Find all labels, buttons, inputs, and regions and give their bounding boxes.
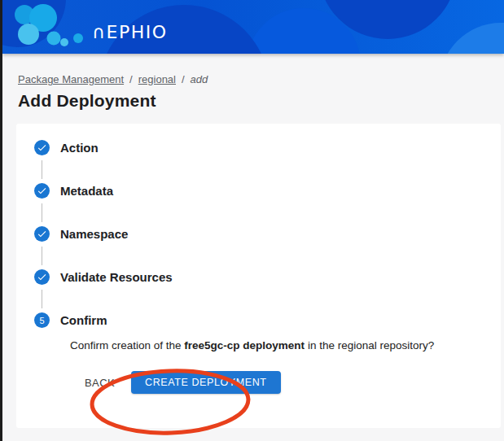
step-number-icon: 5 [34,312,50,328]
window-left-edge [0,0,2,441]
step-metadata: Metadata [34,183,481,199]
confirm-actions: BACK CREATE DEPLOYMENT [78,371,481,394]
step-completed-check-icon [34,140,50,155]
header-decor-circle [440,23,504,54]
breadcrumb-current-add: add [191,73,208,85]
confirm-message: Confirm creation of the free5gc-cp deplo… [70,339,481,351]
back-button[interactable]: BACK [78,372,121,394]
page-title: Add Deployment [18,91,504,111]
confirm-message-package: free5gc-cp deployment [184,339,305,351]
breadcrumb-link-package-management[interactable]: Package Management [18,73,124,85]
step-completed-check-icon [34,269,50,285]
add-deployment-stepper-card: Action Metadata Namespace Validate Resou… [16,124,501,428]
confirm-step-content: Confirm creation of the free5gc-cp deplo… [70,339,481,394]
step-action: Action [34,140,481,155]
step-confirm: 5 Confirm [34,312,481,328]
create-deployment-button[interactable]: CREATE DEPLOYMENT [131,371,281,394]
nephio-logo[interactable]: ∩EPHIO [12,2,168,50]
step-connector [34,285,481,312]
confirm-message-after: in the regional repository? [305,339,434,351]
step-connector [34,155,481,183]
step-label: Action [60,141,99,155]
breadcrumb: Package Management / regional / add [18,73,504,85]
step-connector [34,199,481,226]
breadcrumb-separator: / [182,73,185,85]
step-connector [34,242,481,269]
step-label: Namespace [60,227,128,241]
confirm-message-before: Confirm creation of the [70,339,184,351]
step-validate-resources: Validate Resources [34,269,481,285]
step-namespace: Namespace [34,226,481,242]
step-label: Confirm [60,313,107,327]
step-label: Validate Resources [60,270,173,284]
app-header: ∩EPHIO [2,0,504,54]
nephio-logo-text: ∩EPHIO [92,22,168,42]
nephio-logo-bubbles-icon [12,2,87,50]
step-completed-check-icon [34,183,50,199]
step-completed-check-icon [34,226,50,242]
breadcrumb-link-regional[interactable]: regional [138,73,176,85]
step-label: Metadata [60,184,113,198]
breadcrumb-separator: / [129,73,133,85]
